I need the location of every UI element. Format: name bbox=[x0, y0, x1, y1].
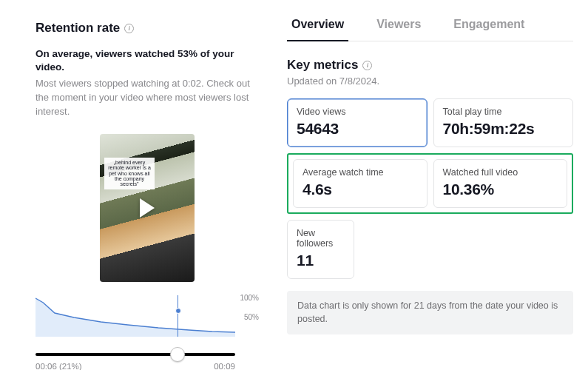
label-play-time: Total play time bbox=[443, 107, 564, 117]
retention-title-row: Retention rate i bbox=[36, 21, 259, 36]
video-caption: „behind every remote worker is a pet who… bbox=[104, 158, 155, 189]
chart-label-50: 50% bbox=[244, 313, 259, 321]
tab-viewers[interactable]: Viewers bbox=[372, 10, 425, 41]
value-avg-watch: 4.6s bbox=[303, 181, 418, 198]
card-followers[interactable]: New followers 11 bbox=[287, 220, 354, 279]
retention-chart: 100% 50% bbox=[36, 295, 235, 344]
label-followers: New followers bbox=[297, 228, 345, 249]
chart-label-100: 100% bbox=[240, 294, 259, 302]
metrics-grid: Video views 54643 Total play time 70h:59… bbox=[287, 98, 573, 279]
chart-playhead-marker bbox=[178, 295, 178, 337]
value-video-views: 54643 bbox=[297, 120, 418, 138]
card-play-time[interactable]: Total play time 70h:59m:22s bbox=[433, 98, 574, 147]
highlighted-metrics: Average watch time 4.6s Watched full vid… bbox=[287, 153, 573, 214]
time-row: 00:06 (21%) 00:09 bbox=[36, 362, 235, 370]
time-current: 00:06 (21%) bbox=[36, 362, 82, 370]
label-avg-watch: Average watch time bbox=[303, 167, 418, 178]
video-progress-slider[interactable] bbox=[36, 353, 235, 356]
analytics-panel: Overview Viewers Engagement Key metrics … bbox=[281, 0, 588, 370]
label-video-views: Video views bbox=[297, 107, 418, 117]
card-video-views[interactable]: Video views 54643 bbox=[287, 98, 428, 147]
key-metrics-header: Key metrics i bbox=[287, 58, 573, 73]
card-avg-watch[interactable]: Average watch time 4.6s bbox=[293, 159, 428, 208]
label-watched-full: Watched full video bbox=[443, 167, 558, 178]
retention-subline: Most viewers stopped watching at 0:02. C… bbox=[36, 77, 259, 119]
retention-headline: On average, viewers watched 53% of your … bbox=[36, 47, 259, 74]
updated-on: Updated on 7/8/2024. bbox=[287, 75, 573, 87]
value-watched-full: 10.36% bbox=[443, 181, 558, 198]
play-icon bbox=[140, 198, 155, 218]
progress-knob[interactable] bbox=[170, 347, 185, 362]
analytics-tabs: Overview Viewers Engagement bbox=[287, 10, 573, 41]
chart-note: Data chart is only shown for 21 days fro… bbox=[287, 291, 573, 334]
card-watched-full[interactable]: Watched full video 10.36% bbox=[433, 159, 568, 208]
value-followers: 11 bbox=[297, 252, 345, 269]
value-play-time: 70h:59m:22s bbox=[443, 120, 564, 138]
retention-title: Retention rate bbox=[36, 21, 120, 36]
info-icon[interactable]: i bbox=[362, 61, 372, 70]
time-total: 00:09 bbox=[214, 362, 235, 370]
retention-panel: Retention rate i On average, viewers wat… bbox=[0, 0, 281, 370]
tab-engagement[interactable]: Engagement bbox=[449, 10, 529, 41]
retention-chart-svg bbox=[36, 295, 235, 337]
key-metrics-title: Key metrics bbox=[287, 58, 358, 73]
tab-overview[interactable]: Overview bbox=[287, 10, 348, 41]
video-thumbnail[interactable]: „behind every remote worker is a pet who… bbox=[100, 134, 195, 282]
info-icon[interactable]: i bbox=[124, 24, 134, 33]
